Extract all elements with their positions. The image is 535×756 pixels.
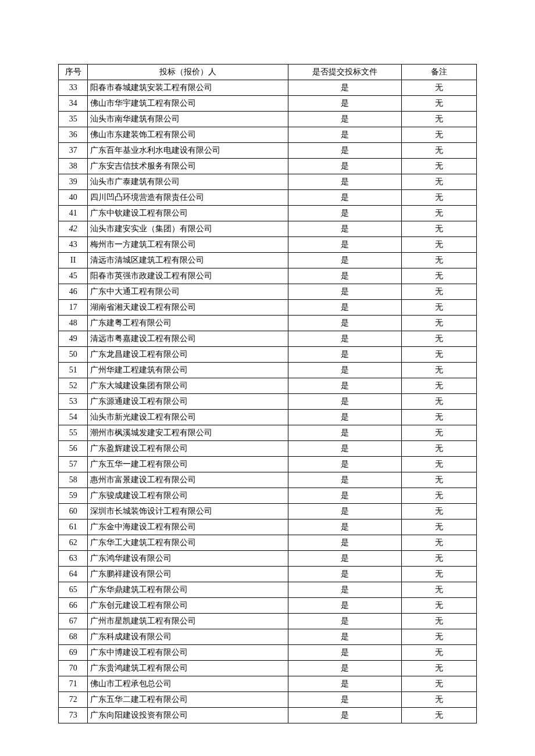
cell-seq: 41 [59,206,88,221]
cell-submit: 是 [288,567,401,582]
cell-submit: 是 [288,347,401,363]
table-header-row: 序号 投标（报价）人 是否提交投标文件 备注 [59,65,477,80]
cell-bidder: 四川凹凸环境营造有限责任公司 [88,190,288,206]
cell-note: 无 [401,394,476,410]
table-row: II清远市清城区建筑工程有限公司是无 [59,253,477,268]
cell-note: 无 [401,457,476,472]
cell-seq: 57 [59,457,88,472]
cell-seq: 59 [59,488,88,504]
table-row: 69广东中博建设工程有限公司是无 [59,645,477,661]
table-row: 57广东五华一建工程有限公司是无 [59,457,477,472]
table-row: 71佛山市工程承包总公司是无 [59,676,477,692]
cell-submit: 是 [288,331,401,347]
cell-submit: 是 [288,504,401,519]
cell-submit: 是 [288,692,401,708]
table-row: 72广东五华二建工程有限公司是无 [59,692,477,708]
cell-submit: 是 [288,300,401,316]
cell-submit: 是 [288,378,401,394]
table-row: 62广东华工大建筑工程有限公司是无 [59,535,477,551]
table-row: 42汕头市建安实业（集团）有限公司是无 [59,221,477,237]
cell-submit: 是 [288,127,401,143]
cell-note: 无 [401,535,476,551]
cell-submit: 是 [288,598,401,614]
table-row: 52广东大城建设集团有限公司是无 [59,378,477,394]
cell-note: 无 [401,598,476,614]
cell-note: 无 [401,551,476,567]
cell-note: 无 [401,692,476,708]
table-row: 58惠州市富景建设工程有限公司是无 [59,472,477,488]
cell-bidder: 广东五华一建工程有限公司 [88,457,288,472]
cell-bidder: 汕头市新光建设工程有限公司 [88,410,288,425]
table-row: 51广州华建工程建筑有限公司是无 [59,363,477,378]
cell-submit: 是 [288,237,401,253]
cell-note: 无 [401,363,476,378]
cell-note: 无 [401,488,476,504]
cell-bidder: 深圳市长城装饰设计工程有限公司 [88,504,288,519]
cell-seq: 37 [59,143,88,159]
cell-submit: 是 [288,174,401,190]
table-row: 59广东骏成建设工程有限公司是无 [59,488,477,504]
cell-seq: 51 [59,363,88,378]
cell-note: 无 [401,708,476,723]
cell-submit: 是 [288,80,401,96]
document-page: 序号 投标（报价）人 是否提交投标文件 备注 33阳春市春城建筑安装工程有限公司… [0,0,535,756]
table-row: 46广东中大通工程有限公司是无 [59,284,477,300]
cell-bidder: 佛山市工程承包总公司 [88,676,288,692]
cell-submit: 是 [288,582,401,598]
cell-bidder: 广东建粤工程有限公司 [88,316,288,331]
cell-submit: 是 [288,284,401,300]
cell-note: 无 [401,378,476,394]
cell-seq: 35 [59,112,88,127]
cell-submit: 是 [288,708,401,723]
cell-bidder: 广东骏成建设工程有限公司 [88,488,288,504]
cell-submit: 是 [288,645,401,661]
cell-submit: 是 [288,143,401,159]
cell-bidder: 湖南省湘天建设工程有限公司 [88,300,288,316]
cell-note: 无 [401,96,476,112]
cell-submit: 是 [288,457,401,472]
cell-bidder: 汕头市建安实业（集团）有限公司 [88,221,288,237]
cell-note: 无 [401,159,476,174]
table-row: 36佛山市东建装饰工程有限公司是无 [59,127,477,143]
cell-note: 无 [401,410,476,425]
table-row: 63广东鸿华建设有限公司是无 [59,551,477,567]
cell-bidder: 梅州市一方建筑工程有限公司 [88,237,288,253]
cell-seq: II [59,253,88,268]
cell-seq: 54 [59,410,88,425]
cell-bidder: 广东金中海建设工程有限公司 [88,519,288,535]
table-row: 70广东贵鸿建筑工程有限公司是无 [59,661,477,676]
cell-note: 无 [401,221,476,237]
cell-seq: 69 [59,645,88,661]
cell-submit: 是 [288,190,401,206]
cell-note: 无 [401,582,476,598]
cell-submit: 是 [288,488,401,504]
cell-bidder: 汕头市南华建筑有限公司 [88,112,288,127]
bidder-table: 序号 投标（报价）人 是否提交投标文件 备注 33阳春市春城建筑安装工程有限公司… [58,64,477,723]
cell-seq: 33 [59,80,88,96]
cell-note: 无 [401,80,476,96]
cell-seq: 34 [59,96,88,112]
col-header-note: 备注 [401,65,476,80]
cell-seq: 63 [59,551,88,567]
cell-note: 无 [401,316,476,331]
cell-note: 无 [401,190,476,206]
cell-submit: 是 [288,221,401,237]
cell-bidder: 佛山市东建装饰工程有限公司 [88,127,288,143]
cell-seq: 60 [59,504,88,519]
cell-seq: 48 [59,316,88,331]
cell-bidder: 广东盈辉建设工程有限公司 [88,441,288,457]
cell-submit: 是 [288,425,401,441]
cell-submit: 是 [288,410,401,425]
table-row: 68广东科成建设有限公司是无 [59,629,477,645]
cell-submit: 是 [288,316,401,331]
cell-note: 无 [401,174,476,190]
cell-seq: 65 [59,582,88,598]
cell-submit: 是 [288,206,401,221]
cell-bidder: 广东中大通工程有限公司 [88,284,288,300]
cell-note: 无 [401,519,476,535]
table-row: 41广东中钦建设工程有限公司是无 [59,206,477,221]
table-row: 33阳春市春城建筑安装工程有限公司是无 [59,80,477,96]
table-row: 50广东龙昌建设工程有限公司是无 [59,347,477,363]
table-row: 67广州市星凯建筑工程有限公司是无 [59,614,477,629]
cell-seq: 70 [59,661,88,676]
